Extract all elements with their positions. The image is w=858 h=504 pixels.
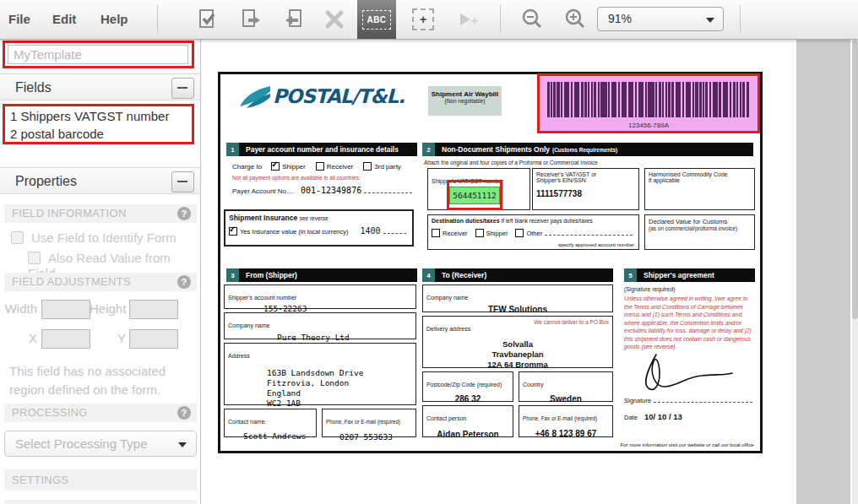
section5-title: Shipper's agreement — [644, 271, 714, 279]
signature-row: Signature — [624, 397, 755, 404]
width-input[interactable] — [41, 300, 90, 319]
field-list-item-2[interactable]: 2 postal barcode — [10, 125, 104, 143]
processing-label: PROCESSING — [12, 406, 88, 419]
shipper-company-box: Company name Pure Theory Ltd — [224, 312, 416, 339]
use-field-checkbox-row: Use Field to Identify Form — [11, 230, 176, 246]
field-list-item-1[interactable]: 1 Shippers VATGST number — [10, 107, 169, 125]
shipper-vat-value-highlight[interactable]: 564451112 — [449, 187, 499, 204]
help-icon[interactable]: ? — [177, 207, 191, 220]
vat-field-region[interactable]: 564451112 — [447, 180, 502, 210]
barcode-image — [547, 82, 750, 117]
duties-receiver-checkbox — [432, 229, 440, 237]
postcode-label: Postcode/Zip Code (required) — [426, 382, 502, 387]
address-line: Solvalla — [426, 339, 609, 350]
chevron-down-icon — [178, 442, 187, 447]
signature-label: Signature — [624, 397, 651, 404]
insurance-option-label: Yes Insurance value (in local currency) — [240, 228, 349, 236]
delete-icon[interactable] — [323, 8, 346, 31]
receiver-checkbox — [316, 162, 324, 171]
duties-opt-shipper: Shipper — [486, 230, 508, 237]
collapse-properties-button[interactable] — [171, 171, 194, 192]
height-input[interactable] — [129, 300, 178, 319]
barcode-field-region[interactable]: 123456-789A — [537, 73, 760, 133]
fields-panel-header: Fields — [0, 73, 200, 100]
third-party-checkbox — [363, 162, 372, 171]
date-label: Date — [624, 414, 638, 421]
receiver-phone-label: Phone, Fax or E-mail (required) — [523, 415, 597, 421]
toolbar-separator — [740, 5, 741, 33]
dashed-line — [545, 234, 633, 236]
shipper-phone-label: Phone, Fax or E-mail (required) — [326, 419, 400, 425]
waybill-title: Shipment Air Waybill — [428, 90, 502, 98]
menu-edit[interactable]: Edit — [52, 0, 76, 39]
run-region-icon[interactable] — [454, 8, 478, 31]
read-value-checkbox[interactable] — [28, 252, 41, 264]
x-label: X — [3, 331, 37, 345]
shipper-phone-value: 0207 553633 — [339, 432, 412, 442]
vertical-scrollbar[interactable] — [852, 39, 858, 504]
validate-document-icon[interactable] — [196, 8, 220, 31]
toolbar: File Edit Help ABC + 91% — [0, 0, 858, 40]
help-icon[interactable]: ? — [177, 406, 191, 420]
insurance-box: Shipment Insurance see reverse Yes Insur… — [224, 209, 414, 247]
properties-panel-title: Properties — [15, 174, 77, 188]
delivery-address-value: Solvalla Travbaneplan 12A 64 Bromma — [426, 339, 609, 370]
menu-file[interactable]: File — [8, 0, 30, 39]
shipper-vat-box: Shipper's VAT/GST number 564451112 — [427, 168, 530, 210]
insurance-value: 1400 — [361, 226, 381, 236]
zoom-level-select[interactable]: 91% — [597, 7, 724, 31]
y-input[interactable] — [129, 329, 178, 349]
menu-help[interactable]: Help — [100, 0, 128, 39]
use-field-checkbox[interactable] — [11, 231, 24, 244]
commodity-label-line1: Harmonised Commodity Code — [649, 171, 751, 177]
duties-opt-receiver: Receiver — [443, 230, 468, 237]
app-window: File Edit Help ABC + 91% — [0, 0, 858, 504]
address-line: WC2 1AB — [267, 398, 412, 409]
field-information-label: FIELD INFORMATION — [12, 207, 127, 219]
insurance-value-row: Yes Insurance value (in local currency) … — [229, 226, 409, 236]
opt-receiver: Receiver — [327, 163, 354, 171]
delivery-address-label: Delivery address — [426, 326, 470, 332]
waybill-document: POSTAL/T&L. Shipment Air Waybill (Non ne… — [218, 72, 763, 453]
section2-title: Non-Document Shipments Only — [442, 145, 550, 154]
opt-shipper: Shipper — [282, 163, 306, 171]
template-name-input[interactable] — [8, 45, 188, 64]
x-input[interactable] — [41, 329, 90, 349]
processing-type-value: Select Processing Type — [15, 436, 147, 451]
text-region-tool-button[interactable]: ABC — [357, 0, 396, 39]
import-document-icon[interactable] — [282, 8, 306, 31]
section1-title: Payer account number and insurance detai… — [246, 145, 399, 154]
logo-text: POSTAL/T&L. — [273, 85, 405, 107]
dashed-line — [364, 192, 412, 193]
shipper-contact-box: Contact name Scott Andrews — [224, 409, 317, 437]
postal-logo: POSTAL/T&L. — [239, 84, 405, 108]
help-icon[interactable]: ? — [177, 275, 191, 289]
shipper-contact-label: Contact name — [228, 419, 265, 425]
duties-box: Destination duties/taxes If left blank r… — [427, 214, 639, 250]
receiver-contact-box: Contact person Aidan Peterson — [422, 405, 513, 437]
receiver-contact-label: Contact person — [426, 415, 466, 421]
zoom-in-icon[interactable] — [563, 8, 587, 31]
commodity-label-line2: if applicable — [649, 177, 751, 183]
scrollbar-thumb[interactable] — [852, 41, 858, 319]
receiver-vat-label-line2: Shipper's EIN/SSN — [536, 177, 635, 183]
export-document-icon[interactable] — [240, 8, 263, 31]
processing-type-select[interactable]: Select Processing Type — [4, 431, 197, 457]
settings-label: SETTINGS — [12, 474, 68, 486]
duties-label: Destination duties/taxes — [432, 218, 500, 224]
legal-text: Unless otherwise agreed in writing, I/we… — [624, 295, 755, 351]
wing-icon — [239, 84, 271, 108]
section5-number: 5 — [624, 268, 637, 282]
opt-third-party: 3rd party — [374, 163, 401, 171]
zoom-out-icon[interactable] — [520, 8, 544, 31]
payer-account-row: Payer Account No.... 001-12349876 — [232, 186, 415, 195]
toolbar-separator — [500, 5, 501, 33]
add-region-icon[interactable]: + — [412, 8, 434, 30]
duties-shipper-checkbox — [475, 229, 484, 237]
barcode-value: 123456-789A — [540, 122, 758, 129]
output-section-bar: OUTPUT — [4, 500, 197, 504]
collapse-fields-button[interactable] — [171, 78, 194, 99]
document-footer-note: For more information visit our website o… — [617, 442, 757, 447]
payer-account-label: Payer Account No.... — [232, 187, 294, 195]
width-label: Width — [3, 301, 37, 316]
